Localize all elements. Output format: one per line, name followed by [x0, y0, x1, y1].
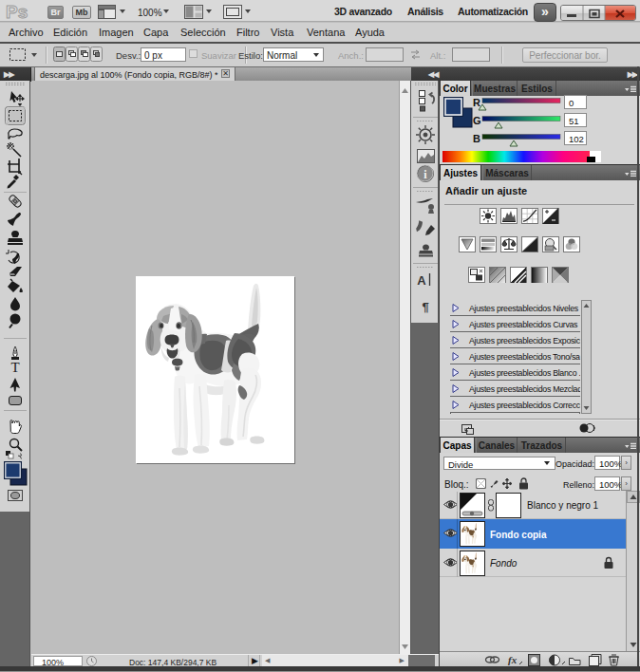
svg-text:A: A — [417, 273, 426, 288]
svg-text:R: R — [473, 97, 480, 108]
svg-text:G: G — [473, 115, 481, 126]
svg-text:B: B — [473, 133, 480, 144]
svg-text:T: T — [10, 360, 19, 375]
svg-text:¶: ¶ — [422, 300, 428, 314]
svg-text:fx: fx — [508, 654, 518, 665]
